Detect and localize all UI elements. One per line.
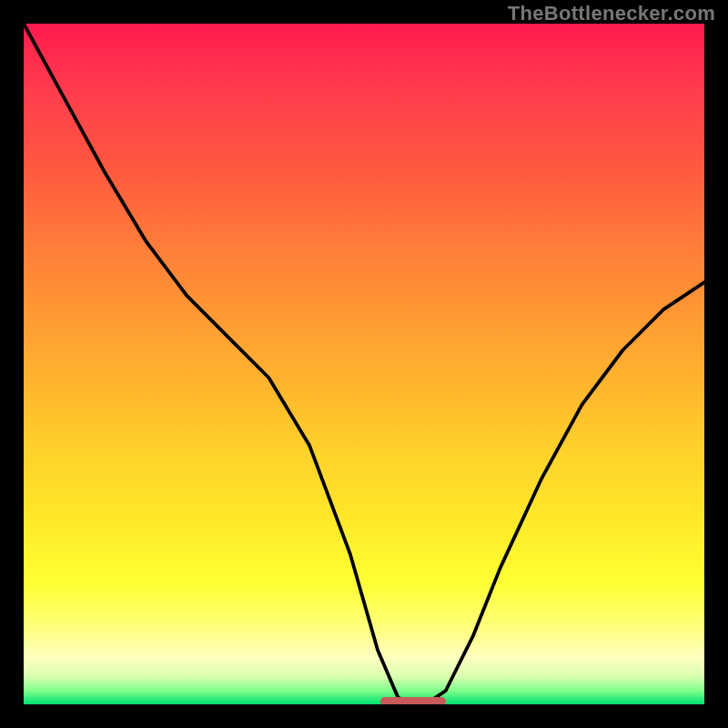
bottleneck-curve: [24, 24, 704, 704]
minimum-marker: [380, 697, 446, 704]
watermark-text: TheBottlenecker.com: [508, 2, 715, 25]
chart-frame: TheBottlenecker.com: [0, 0, 728, 728]
plot-area: [24, 24, 704, 704]
